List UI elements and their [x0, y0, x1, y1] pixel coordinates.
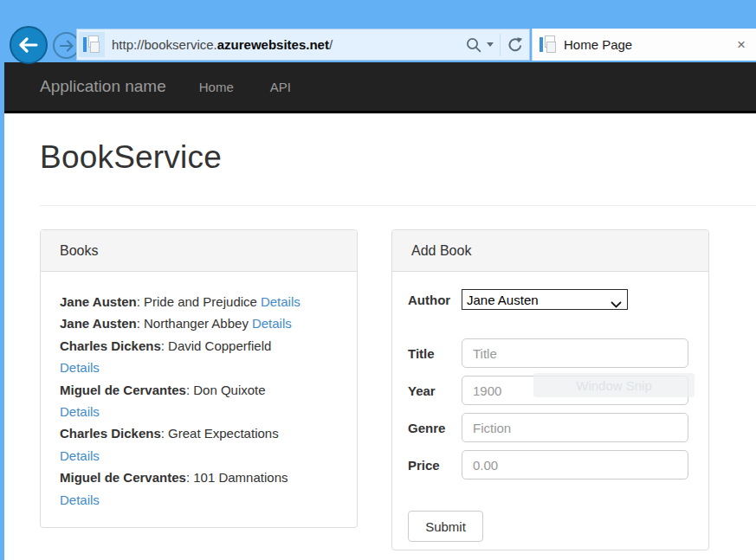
submit-button[interactable]: Submit — [408, 511, 483, 542]
price-label: Price — [408, 458, 462, 473]
genre-label: Genre — [408, 421, 462, 435]
book-entry: Charles Dickens: Great ExpectationsDetai… — [60, 422, 338, 467]
refresh-icon[interactable] — [507, 36, 524, 54]
add-book-panel-title: Add Book — [392, 230, 708, 272]
divider — [40, 205, 756, 206]
book-title: Great Expectations — [168, 426, 279, 441]
tab-title: Home Page — [564, 37, 737, 52]
title-label: Title — [408, 346, 462, 361]
book-separator: : — [161, 426, 168, 441]
back-arrow-icon — [18, 37, 39, 53]
browser-chrome: http://bookservice.azurewebsites.net/ — [0, 0, 756, 62]
book-title: 101 Damnations — [193, 470, 288, 485]
url-scheme: http://bookservice. — [112, 37, 217, 52]
book-author: Charles Dickens — [60, 338, 161, 353]
price-field-row: Price — [408, 450, 688, 480]
author-select[interactable]: Jane Austen — [462, 289, 628, 310]
tab-close-icon[interactable]: × — [737, 37, 746, 52]
book-separator: : — [186, 383, 193, 397]
book-entry: Jane Austen: Northanger AbbeyDetails — [60, 312, 338, 334]
search-icon[interactable] — [465, 36, 482, 54]
book-entry: Jane Austen: Pride and PrejudiceDetails — [60, 291, 338, 312]
title-input[interactable] — [462, 338, 688, 368]
author-field-row: Author Jane Austen — [408, 289, 688, 310]
tab-favicon-icon — [540, 35, 557, 55]
book-title: Pride and Prejudice — [144, 294, 257, 309]
price-input[interactable] — [462, 450, 688, 480]
title-field-row: Title — [408, 338, 688, 368]
year-label: Year — [408, 383, 462, 398]
forward-arrow-icon — [59, 40, 74, 52]
nav-link-home[interactable]: Home — [199, 80, 234, 94]
books-panel: Books Jane Austen: Pride and PrejudiceDe… — [40, 229, 358, 528]
page-content: BookService Books Jane Austen: Pride and… — [4, 113, 756, 560]
book-author: Jane Austen — [60, 294, 137, 309]
browser-tab[interactable]: Home Page × — [532, 29, 756, 61]
book-title: Don Quixote — [193, 383, 265, 397]
book-separator: : — [186, 470, 193, 485]
app-navbar: Application name Home API — [0, 62, 756, 113]
book-details-link[interactable]: Details — [60, 401, 338, 422]
add-book-panel: Add Book Author Jane Austen — [391, 229, 709, 550]
book-details-link[interactable]: Details — [60, 445, 338, 467]
book-author: Miguel de Cervantes — [60, 470, 186, 485]
book-title: Northanger Abbey — [144, 316, 249, 331]
browser-window: http://bookservice.azurewebsites.net/ — [0, 0, 756, 560]
search-options-caret-icon[interactable] — [487, 42, 494, 47]
page-title: BookService — [40, 139, 222, 176]
book-details-link[interactable]: Details — [60, 357, 338, 378]
url-text[interactable]: http://bookservice.azurewebsites.net/ — [112, 37, 465, 52]
url-domain: azurewebsites.net — [217, 37, 329, 52]
book-separator: : — [137, 294, 144, 309]
address-bar-divider — [500, 34, 501, 56]
navbar-brand[interactable]: Application name — [40, 77, 166, 96]
book-entry: Miguel de Cervantes: Don QuixoteDetails — [60, 379, 338, 423]
books-panel-title: Books — [41, 230, 357, 272]
book-entry: Charles Dickens: David CopperfieldDetail… — [60, 335, 338, 379]
back-button[interactable] — [10, 26, 48, 64]
genre-field-row: Genre — [408, 413, 688, 442]
book-author: Charles Dickens — [60, 426, 161, 441]
year-field-row: Year Window Snip — [408, 376, 688, 405]
nav-link-api[interactable]: API — [270, 80, 291, 94]
book-title: David Copperfield — [168, 338, 271, 353]
year-input[interactable] — [462, 376, 688, 405]
genre-input[interactable] — [462, 413, 688, 442]
page-favicon-icon — [79, 32, 105, 57]
book-separator: : — [161, 338, 168, 353]
book-separator: : — [137, 316, 144, 331]
window-left-frame — [0, 62, 4, 560]
address-bar-tools — [465, 34, 524, 56]
book-author: Miguel de Cervantes — [60, 383, 186, 397]
books-list: Jane Austen: Pride and PrejudiceDetails … — [41, 272, 357, 511]
book-details-link[interactable]: Details — [252, 316, 292, 331]
book-details-link[interactable]: Details — [60, 489, 338, 511]
book-entry: Miguel de Cervantes: 101 DamnationsDetai… — [60, 467, 338, 511]
book-details-link[interactable]: Details — [261, 294, 300, 309]
add-book-form: Author Jane Austen Title — [392, 272, 708, 542]
author-label: Author — [408, 293, 462, 307]
url-path: / — [329, 37, 333, 52]
book-author: Jane Austen — [60, 316, 137, 331]
address-bar[interactable]: http://bookservice.azurewebsites.net/ — [76, 29, 530, 61]
